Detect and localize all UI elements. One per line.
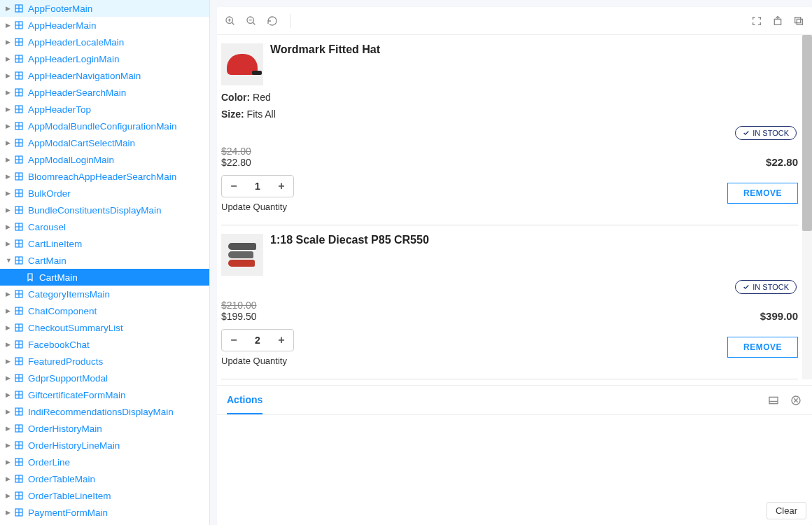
tree-item-label: AppHeaderLoginMain [28, 54, 120, 64]
caret-icon[interactable] [6, 509, 13, 516]
caret-icon[interactable] [6, 5, 13, 12]
tree-item-appheadernavigationmain[interactable]: AppHeaderNavigationMain [0, 67, 209, 84]
tree-item-featuredproducts[interactable]: FeaturedProducts [0, 353, 209, 370]
actions-panel: Actions Clear [217, 385, 812, 525]
tree-item-orderhistorylinemain[interactable]: OrderHistoryLineMain [0, 437, 209, 454]
tree-item-facebookchat[interactable]: FacebookChat [0, 336, 209, 353]
tree-item-label: ChatComponent [28, 306, 97, 316]
tree-item-carousel[interactable]: Carousel [0, 218, 209, 235]
tree-item-appmodalbundleconfigurationmain[interactable]: AppModalBundleConfigurationMain [0, 118, 209, 134]
caret-icon[interactable] [6, 206, 13, 214]
tree-item-appmodalloginmain[interactable]: AppModalLoginMain [0, 151, 209, 168]
tree-item-giftcertificateformmain[interactable]: GiftcertificateFormMain [0, 386, 209, 403]
tree-item-appheaderloginmain[interactable]: AppHeaderLoginMain [0, 50, 209, 67]
tree-item-cartlineitem[interactable]: CartLineItem [0, 235, 209, 252]
item-thumbnail [221, 43, 263, 85]
actions-tab[interactable]: Actions [227, 386, 262, 414]
qty-increase-button[interactable]: + [270, 330, 293, 351]
qty-value: 2 [246, 335, 270, 346]
tree-item-categoryitemsmain[interactable]: CategoryItemsMain [0, 286, 209, 302]
caret-icon[interactable] [6, 425, 13, 432]
remove-button[interactable]: REMOVE [727, 183, 798, 204]
tree-item-appmodalcartselectmain[interactable]: AppModalCartSelectMain [0, 134, 209, 151]
dock-bottom-icon[interactable] [767, 394, 780, 407]
tree-item-bundleconstituentsdisplaymain[interactable]: BundleConstituentsDisplayMain [0, 202, 209, 218]
caret-icon[interactable] [6, 408, 13, 415]
scrollbar-thumb[interactable] [802, 35, 812, 231]
caret-icon[interactable] [6, 223, 13, 230]
clear-button[interactable]: Clear [766, 502, 806, 519]
qty-decrease-button[interactable]: − [222, 176, 246, 197]
update-quantity-label[interactable]: Update Quantity [221, 202, 294, 212]
refresh-icon[interactable] [266, 15, 279, 27]
caret-icon[interactable] [6, 240, 13, 247]
component-icon [14, 491, 24, 500]
tree-item-appheadersearchmain[interactable]: AppHeaderSearchMain [0, 84, 209, 101]
tree-item-appheadermain[interactable]: AppHeaderMain [0, 17, 209, 34]
tree-item-orderhistorymain[interactable]: OrderHistoryMain [0, 420, 209, 437]
component-icon [14, 54, 24, 64]
tree-item-appheadertop[interactable]: AppHeaderTop [0, 101, 209, 118]
tree-item-ordertablemain[interactable]: OrderTableMain [0, 470, 209, 487]
caret-icon[interactable] [6, 22, 13, 29]
update-quantity-label[interactable]: Update Quantity [221, 356, 294, 366]
caret-icon[interactable] [6, 257, 13, 264]
caret-icon[interactable] [6, 55, 13, 62]
zoom-out-icon[interactable] [245, 15, 258, 27]
tree-item-label: OrderHistoryMain [28, 424, 102, 434]
caret-icon[interactable] [6, 492, 13, 499]
remove-button[interactable]: REMOVE [727, 337, 798, 358]
tree-item-paymentformmain[interactable]: PaymentFormMain [0, 504, 209, 521]
caret-icon[interactable] [6, 358, 13, 365]
caret-icon[interactable] [6, 391, 13, 398]
item-attribute: Color: Red [221, 90, 798, 106]
caret-icon[interactable] [6, 106, 13, 113]
component-icon [14, 20, 24, 30]
caret-icon[interactable] [6, 442, 13, 449]
tree-item-ordertablelineitem[interactable]: OrderTableLineItem [0, 487, 209, 504]
fullscreen-icon[interactable] [750, 15, 763, 27]
preview-pane: Wordmark Fitted HatColor: RedSize: Fits … [217, 7, 812, 525]
qty-increase-button[interactable]: + [270, 176, 293, 197]
caret-icon[interactable] [6, 173, 13, 180]
stock-badge: IN STOCK [735, 280, 797, 294]
tree-item-label: AppHeaderMain [28, 20, 97, 31]
caret-icon[interactable] [6, 72, 13, 79]
tree-item-cartmain-child[interactable]: CartMain [0, 269, 209, 286]
caret-icon[interactable] [6, 458, 13, 465]
tree-item-indirecommendationsdisplaymain[interactable]: IndiRecommendationsDisplayMain [0, 403, 209, 420]
caret-icon[interactable] [6, 307, 13, 314]
copy-icon[interactable] [792, 15, 805, 27]
tree-item-appfootermain[interactable]: AppFooterMain [0, 0, 209, 17]
scrollbar-track[interactable] [802, 35, 812, 379]
caret-icon[interactable] [6, 38, 13, 46]
tree-item-label: AppHeaderNavigationMain [28, 71, 141, 81]
caret-icon[interactable] [6, 190, 13, 197]
tree-item-appheaderlocalemain[interactable]: AppHeaderLocaleMain [0, 34, 209, 50]
qty-decrease-button[interactable]: − [222, 330, 246, 351]
cart-preview-body: Wordmark Fitted HatColor: RedSize: Fits … [217, 35, 812, 379]
caret-icon[interactable] [6, 156, 13, 163]
tree-item-checkoutsummarylist[interactable]: CheckoutSummaryList [0, 319, 209, 336]
close-panel-icon[interactable] [790, 394, 802, 407]
tree-item-orderline[interactable]: OrderLine [0, 454, 209, 470]
tree-item-gdprsupportmodal[interactable]: GdprSupportModal [0, 370, 209, 386]
svg-rect-99 [797, 19, 802, 24]
caret-icon[interactable] [6, 89, 13, 96]
tree-item-cartmain[interactable]: CartMain [0, 252, 209, 269]
caret-icon[interactable] [6, 324, 13, 331]
caret-icon[interactable] [6, 139, 13, 146]
caret-icon[interactable] [6, 290, 13, 298]
component-icon [14, 390, 24, 400]
tree-item-bloomreachappheadersearchmain[interactable]: BloomreachAppHeaderSearchMain [0, 168, 209, 185]
caret-icon[interactable] [6, 341, 13, 348]
caret-icon[interactable] [6, 122, 13, 130]
svg-line-95 [253, 22, 255, 24]
caret-icon[interactable] [6, 374, 13, 382]
tree-item-bulkorder[interactable]: BulkOrder [0, 185, 209, 202]
caret-icon[interactable] [6, 475, 13, 482]
tree-item-chatcomponent[interactable]: ChatComponent [0, 302, 209, 319]
open-new-tab-icon[interactable] [771, 15, 784, 27]
component-icon [14, 37, 24, 47]
zoom-in-icon[interactable] [224, 15, 237, 27]
